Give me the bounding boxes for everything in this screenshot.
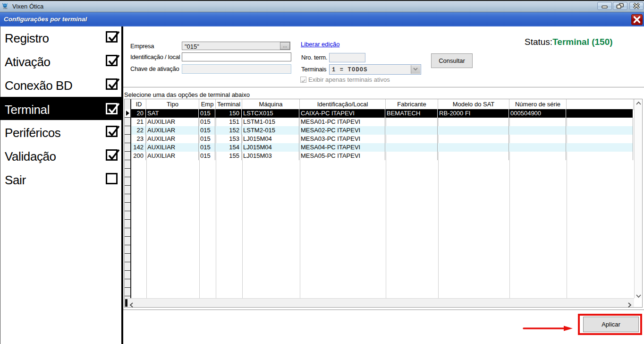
svg-text:VIXEN: VIXEN	[3, 8, 7, 9]
